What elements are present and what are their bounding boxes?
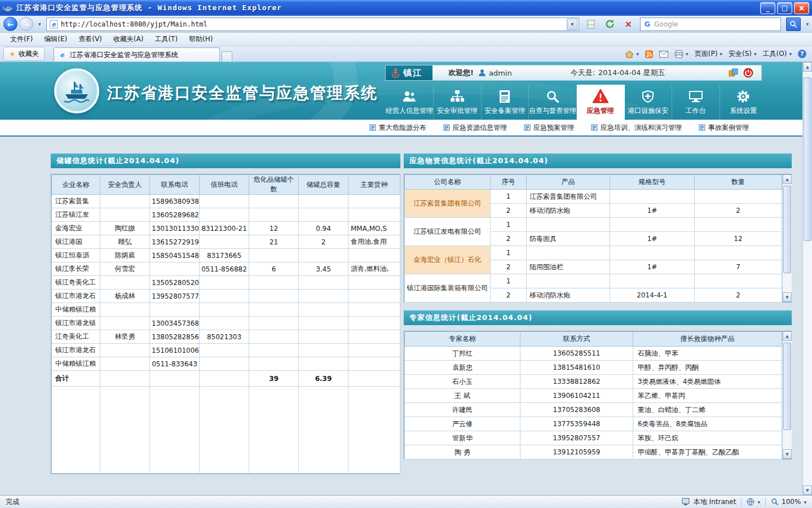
- subnav-item-training[interactable]: 应急培训、演练和演习管理: [591, 123, 682, 133]
- minimize-button[interactable]: _: [760, 2, 775, 14]
- read-mail-button[interactable]: [659, 51, 668, 58]
- favorites-button[interactable]: ★ 收藏夹: [3, 47, 45, 61]
- table-row: 镇江港国际集装箱有限公司1: [405, 274, 782, 288]
- zoom-control[interactable]: 100% ▼: [771, 498, 806, 506]
- menu-file[interactable]: 文件(F): [5, 33, 38, 46]
- supplies-statistics-panel: 应急物资信息统计(截止2014.04.04) 公司名称序号产品规格型号数量 江苏…: [404, 154, 792, 303]
- close-button[interactable]: ×: [794, 2, 809, 14]
- subnav-item-emergency-resources[interactable]: 应急资源信息管理: [443, 123, 507, 133]
- nav-item-operator-info[interactable]: 经营人信息管理: [386, 85, 434, 120]
- help-button[interactable]: ?: [798, 50, 806, 58]
- forward-button[interactable]: →: [19, 17, 33, 31]
- page-menu-button[interactable]: 页面(P) ▼: [695, 49, 722, 59]
- address-dropdown-button[interactable]: ▼: [567, 19, 577, 30]
- scrollbar-track[interactable]: [783, 184, 792, 292]
- protected-mode-indicator[interactable]: ▼: [747, 498, 760, 506]
- table-cell: [527, 246, 610, 260]
- nav-item-safety-approval[interactable]: 安全审批管理: [434, 85, 482, 120]
- url-input[interactable]: http://localhost:8080/yjpt/Main.html: [61, 20, 564, 28]
- empty-cell: [348, 387, 400, 474]
- table-cell: 江苏索普集团有限公司: [527, 190, 610, 204]
- nav-item-port-security[interactable]: 港口设施保安: [625, 85, 673, 120]
- compatibility-view-button[interactable]: [584, 17, 598, 31]
- subnav-item-hazard-distribution[interactable]: 重大危险源分布: [369, 123, 426, 133]
- table-cell: 重油、白蜡油、丁二烯: [633, 403, 782, 417]
- scroll-thumb[interactable]: [783, 186, 791, 273]
- search-button[interactable]: [786, 17, 801, 31]
- history-dropdown-button[interactable]: ▼: [38, 22, 41, 26]
- menu-edit[interactable]: 编辑(E): [38, 33, 73, 46]
- experts-header-row: 专家名称联系方式擅长救援物种产品: [405, 332, 782, 347]
- separator: [765, 498, 766, 506]
- menu-help[interactable]: 帮助(H): [183, 33, 218, 46]
- menu-favorites[interactable]: 收藏夹(A): [108, 33, 149, 46]
- address-bar[interactable]: e http://localhost:8080/yjpt/Main.html ▼: [46, 17, 580, 31]
- new-tab-stub[interactable]: [222, 51, 232, 62]
- safety-menu-button[interactable]: 安全(S) ▼: [729, 49, 757, 59]
- nav-label: 工作台: [686, 106, 706, 116]
- table-cell: 2: [491, 232, 527, 246]
- table-cell: 何雪宏: [100, 262, 150, 276]
- print-button[interactable]: ▼: [674, 50, 689, 58]
- nav-item-emergency[interactable]: 应急管理: [577, 85, 625, 120]
- table-cell: [348, 208, 400, 222]
- nav-item-workbench[interactable]: 工作台: [672, 85, 720, 120]
- table-row: 丁邦红13605285511石脑油、甲苯: [405, 347, 782, 361]
- maximize-button[interactable]: □: [777, 2, 792, 14]
- rss-feed-button[interactable]: [645, 50, 653, 58]
- table-cell: 中储粮镇江粮: [52, 357, 100, 371]
- theme-icon[interactable]: [729, 68, 738, 78]
- scroll-thumb[interactable]: [804, 77, 811, 241]
- table-cell: 13013011330: [150, 222, 200, 235]
- scrollbar-track[interactable]: [783, 341, 792, 449]
- scroll-down-button[interactable]: ▼: [783, 449, 792, 459]
- table-cell: 13505280520: [150, 276, 200, 290]
- scroll-thumb[interactable]: [783, 343, 791, 430]
- experts-table-body: 丁邦红13605285511石脑油、甲苯袁新忠13815481610甲醇、异丙醇…: [405, 347, 782, 459]
- page-icon: e: [50, 20, 58, 29]
- document-list-icon: [591, 124, 598, 131]
- forward-icon: →: [23, 20, 30, 29]
- menu-view[interactable]: 查看(V): [73, 33, 108, 46]
- column-header: 序号: [491, 175, 527, 190]
- scrollbar-track[interactable]: [803, 72, 812, 485]
- google-icon: G: [644, 20, 650, 28]
- tank-table-container: 企业名称安全负责人联系电话值班电话危化品储罐个数储罐总容量主要货种 江苏索普集1…: [51, 174, 400, 474]
- scroll-up-button[interactable]: ▲: [803, 62, 812, 72]
- page-scrollbar[interactable]: ▲ ▼: [802, 62, 812, 495]
- table-cell: 13952807557: [520, 431, 633, 445]
- scroll-down-button[interactable]: ▼: [783, 292, 792, 302]
- scroll-down-button[interactable]: ▼: [803, 485, 812, 495]
- scroll-up-button[interactable]: ▲: [783, 174, 792, 184]
- experts-scrollbar[interactable]: ▲ ▼: [782, 331, 792, 459]
- column-header: 联系方式: [520, 332, 633, 347]
- search-options-dropdown[interactable]: ▼: [806, 22, 809, 26]
- table-cell: 1: [491, 274, 527, 288]
- subnav-item-accident-cases[interactable]: 事故案例管理: [699, 123, 749, 133]
- table-cell: [249, 276, 299, 290]
- refresh-button[interactable]: [603, 17, 616, 31]
- stop-button[interactable]: ×: [621, 17, 635, 31]
- nav-item-system-settings[interactable]: 系统设置: [720, 85, 767, 120]
- chevron-down-icon: ▼: [754, 52, 757, 56]
- welcome-text: 欢迎您!: [448, 68, 474, 78]
- logout-power-icon[interactable]: [743, 68, 753, 78]
- subnav-item-emergency-plans[interactable]: 应急预案管理: [524, 123, 574, 133]
- chevron-down-icon: ▼: [804, 500, 806, 504]
- search-box[interactable]: G Google: [640, 17, 781, 31]
- home-button[interactable]: ▼: [625, 50, 639, 58]
- search-input[interactable]: Google: [654, 20, 777, 28]
- nav-item-inspection[interactable]: 自查与督查管理: [529, 85, 577, 120]
- browser-tab[interactable]: e 江苏省港口安全监管与应急管理系统: [54, 47, 220, 62]
- back-button[interactable]: ←: [3, 17, 17, 31]
- tools-menu-button[interactable]: 工具(O) ▼: [763, 49, 792, 59]
- scroll-up-button[interactable]: ▲: [783, 331, 792, 341]
- nav-label: 应急管理: [587, 106, 614, 116]
- table-cell: [249, 330, 299, 344]
- menu-tools[interactable]: 工具(T): [149, 33, 183, 46]
- nav-item-safety-filing[interactable]: 安全备案管理: [482, 85, 529, 120]
- browser-viewport: 江苏省港口安全监管与应急管理系统 镇江 欢迎您! admin 今天是: 2014…: [0, 62, 812, 495]
- site-title: 江苏省港口安全监管与应急管理系统: [107, 82, 378, 104]
- table-row: 镇江市港龙镇13003457368: [52, 317, 400, 330]
- supplies-scrollbar[interactable]: ▲ ▼: [782, 174, 792, 302]
